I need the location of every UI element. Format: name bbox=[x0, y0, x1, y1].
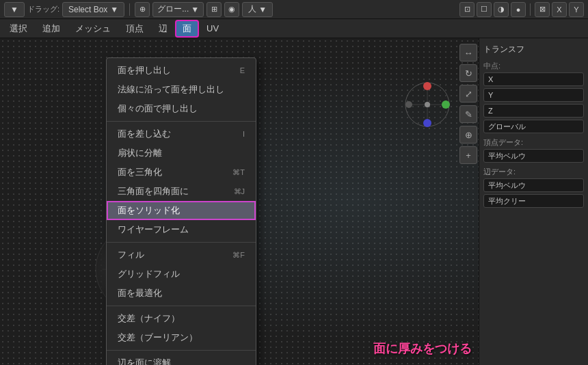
menu-wireframe[interactable]: ワイヤーフレーム bbox=[107, 220, 256, 239]
menu-add[interactable]: 追加 bbox=[36, 21, 67, 37]
avg-bevel-v-field[interactable]: 平均ベルウ bbox=[483, 149, 584, 163]
menu-solidify[interactable]: 面をソリッド化 bbox=[107, 201, 256, 220]
svg-point-12 bbox=[425, 102, 430, 107]
snap-icon-btn[interactable]: ⊞ bbox=[206, 2, 222, 17]
bottom-annotation: 面に厚みをつける bbox=[373, 340, 472, 357]
right-panel-title: トランスフ bbox=[483, 44, 584, 55]
proportional-icon-btn[interactable]: ◉ bbox=[224, 2, 239, 17]
drag-label: ドラッグ: bbox=[27, 4, 59, 14]
svg-point-10 bbox=[423, 119, 431, 127]
select-box-btn[interactable]: Select Box ▼ bbox=[62, 2, 124, 17]
separator-1 bbox=[107, 121, 256, 122]
navigation-gizmo[interactable] bbox=[403, 81, 451, 129]
measure-icon[interactable]: ⊕ bbox=[459, 126, 477, 144]
menu-grid-fill[interactable]: グリッドフィル bbox=[107, 265, 256, 284]
menu-intersect-boolean[interactable]: 交差（ブーリアン） bbox=[107, 328, 256, 347]
svg-point-8 bbox=[423, 82, 431, 90]
global-arrow: ▼ bbox=[191, 5, 199, 14]
separator-4 bbox=[107, 350, 256, 351]
global-field[interactable]: グローバル bbox=[483, 120, 584, 133]
x-field[interactable]: X bbox=[483, 72, 584, 86]
side-icons: ↔ ↻ ⤢ ✎ ⊕ + bbox=[459, 44, 477, 164]
menu-face[interactable]: 面 bbox=[176, 21, 198, 37]
menu-tris-to-quads[interactable]: 三角面を四角面に ⌘J bbox=[107, 182, 256, 201]
menu-vertex[interactable]: 頂点 bbox=[119, 21, 150, 37]
vertex-data-label: 頂点データ: bbox=[483, 137, 584, 148]
menu-intersect-knife[interactable]: 交差（ナイフ） bbox=[107, 309, 256, 328]
svg-point-11 bbox=[405, 101, 412, 108]
separator-2 bbox=[107, 242, 256, 243]
menu-fill[interactable]: フィル ⌘F bbox=[107, 245, 256, 265]
face-dropdown-menu: 面を押し出し E 法線に沿って面を押し出し 個々の面で押し出し 面を差し込む I… bbox=[106, 57, 256, 365]
menu-mesh[interactable]: メッシュ bbox=[68, 21, 118, 37]
top-toolbar: ▼ ドラッグ: Select Box ▼ ⊕ グロー... ▼ ⊞ ◉ 人 ▼ … bbox=[0, 0, 588, 19]
mode-icon: ▼ bbox=[10, 5, 18, 14]
shading-icon1[interactable]: ◑ bbox=[494, 2, 509, 17]
menu-uv[interactable]: UV bbox=[200, 21, 226, 36]
menu-inset-faces[interactable]: 面を差し込む I bbox=[107, 124, 256, 144]
transform-icon[interactable]: ↔ bbox=[459, 44, 477, 62]
menu-extrude-along-normals[interactable]: 法線に沿って面を押し出し bbox=[107, 80, 256, 99]
top-right-toolbar: ⊡ ☐ ◑ ● ⊠ X Y bbox=[459, 2, 584, 17]
viewport: ↔ ↻ ⤢ ✎ ⊕ + 面を押し出し E 法線に沿って面を押し出し 個々の面で押… bbox=[0, 38, 588, 365]
y-field[interactable]: Y bbox=[483, 88, 584, 102]
cursor-icon-btn[interactable]: ⊕ bbox=[135, 2, 150, 17]
rotate-icon[interactable]: ↻ bbox=[459, 64, 477, 82]
menu-beautify-fill[interactable]: 面を最適化 bbox=[107, 284, 256, 303]
svg-point-9 bbox=[442, 100, 450, 109]
global-label: グロー... bbox=[157, 3, 189, 15]
menu-toolbar: 選択 追加 メッシュ 頂点 辺 面 UV bbox=[0, 19, 588, 38]
edge-data-label: 辺データ: bbox=[483, 167, 584, 177]
menu-select[interactable]: 選択 bbox=[3, 21, 34, 37]
menu-triangulate[interactable]: 面を三角化 ⌘T bbox=[107, 163, 256, 182]
divider-1 bbox=[129, 3, 130, 16]
select-box-arrow: ▼ bbox=[110, 5, 118, 14]
global-dropdown[interactable]: グロー... ▼ bbox=[152, 2, 204, 17]
annotate-icon[interactable]: ✎ bbox=[459, 105, 477, 123]
z-field[interactable]: Z bbox=[483, 104, 584, 118]
avg-bevel-e-field[interactable]: 平均ベルウ bbox=[483, 178, 584, 192]
midpoint-label: 中点: bbox=[483, 61, 584, 71]
menu-extrude-faces[interactable]: 面を押し出し E bbox=[107, 61, 256, 80]
avg-crease-field[interactable]: 平均クリー bbox=[483, 194, 584, 208]
top-x-icon[interactable]: ⊠ bbox=[535, 2, 550, 17]
right-panel: トランスフ 中点: X Y Z グローバル 頂点データ: 平均ベルウ 辺データ:… bbox=[479, 38, 588, 365]
select-box-label: Select Box bbox=[68, 5, 107, 14]
proportional-label: 人 bbox=[248, 3, 256, 15]
menu-dissolve-edges[interactable]: 辺を面に溶解 bbox=[107, 353, 256, 365]
xray-icon[interactable]: ☐ bbox=[477, 2, 492, 17]
menu-extrude-individual[interactable]: 個々の面で押し出し bbox=[107, 99, 256, 118]
top-y-icon[interactable]: X bbox=[552, 2, 567, 17]
add-icon[interactable]: + bbox=[459, 146, 477, 164]
scale-icon[interactable]: ⤢ bbox=[459, 85, 477, 103]
shading-icon2[interactable]: ● bbox=[511, 2, 526, 17]
overlay-icon[interactable]: ⊡ bbox=[459, 2, 475, 17]
menu-edge[interactable]: 辺 bbox=[152, 21, 174, 37]
mode-dropdown[interactable]: ▼ bbox=[4, 2, 25, 17]
divider-2 bbox=[530, 3, 531, 16]
proportional-dropdown[interactable]: 人 ▼ bbox=[242, 2, 273, 17]
top-icon3[interactable]: Y bbox=[569, 2, 584, 17]
menu-poke-faces[interactable]: 扇状に分離 bbox=[107, 144, 256, 163]
separator-3 bbox=[107, 306, 256, 306]
